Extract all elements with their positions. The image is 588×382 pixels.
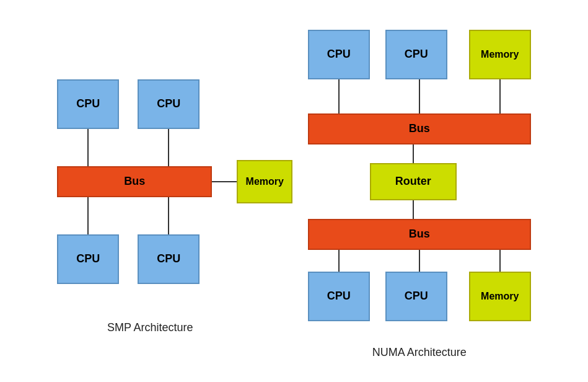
smp-wrapper: CPU CPU Bus Memory CPU CPU (38, 48, 261, 309)
numa-cpu2: CPU (385, 30, 447, 79)
numa-diagram: CPU CPU Memory Bus Router Bus CPU (289, 24, 550, 359)
numa-cpu4: CPU (385, 272, 447, 321)
main-container: CPU CPU Bus Memory CPU CPU SMP Architect… (0, 0, 588, 382)
numa-memory2: Memory (469, 272, 531, 321)
smp-memory: Memory (237, 160, 292, 203)
smp-diagram: CPU CPU Bus Memory CPU CPU SMP Architect… (38, 48, 261, 334)
numa-memory1: Memory (469, 30, 531, 79)
smp-cpu3: CPU (57, 234, 119, 284)
numa-label: NUMA Architecture (372, 346, 467, 359)
smp-cpu2: CPU (138, 79, 200, 129)
smp-bus: Bus (57, 166, 212, 197)
numa-router: Router (370, 163, 457, 200)
numa-bus2: Bus (308, 219, 531, 250)
numa-cpu1: CPU (308, 30, 370, 79)
smp-cpu1: CPU (57, 79, 119, 129)
smp-cpu4: CPU (138, 234, 200, 284)
smp-label: SMP Architecture (107, 321, 193, 334)
numa-wrapper: CPU CPU Memory Bus Router Bus CPU (289, 24, 550, 334)
numa-bus1: Bus (308, 113, 531, 144)
numa-cpu3: CPU (308, 272, 370, 321)
